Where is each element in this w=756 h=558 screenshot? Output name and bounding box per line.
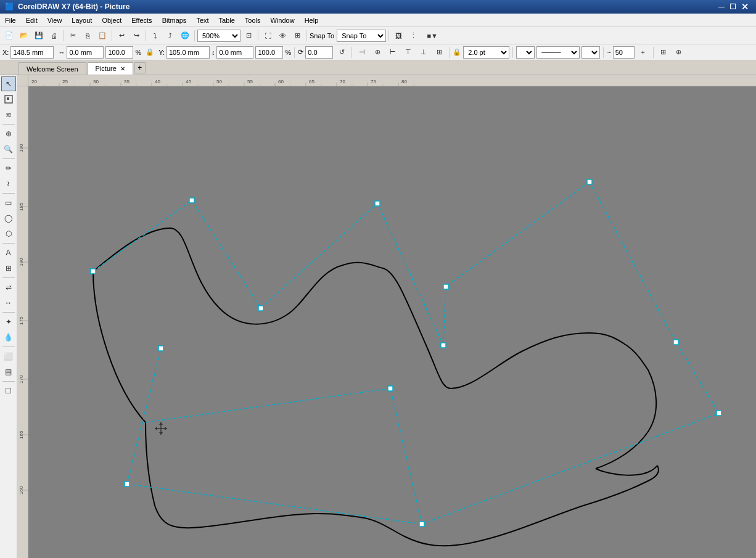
color-mode[interactable]: ■▼ xyxy=(421,29,443,43)
publish-btn[interactable]: 🌐 xyxy=(178,29,192,43)
tool-eyedropper[interactable]: 💧 xyxy=(1,330,16,345)
export-btn[interactable]: ⤴ xyxy=(163,29,177,43)
percent1: % xyxy=(135,49,141,56)
new-btn[interactable]: 📄 xyxy=(2,29,16,43)
line-start-select[interactable] xyxy=(581,46,600,59)
height-icon: ↕ xyxy=(212,49,215,56)
angle-apply[interactable]: ↺ xyxy=(335,46,348,59)
tool-pointer[interactable]: ↖ xyxy=(1,76,16,91)
tool-fill[interactable]: ⬜ xyxy=(1,349,16,364)
zoom-to-fit[interactable]: ⊡ xyxy=(242,29,255,43)
options-btn[interactable]: ⊞ xyxy=(657,46,670,59)
sep-prop2 xyxy=(351,47,352,58)
width-input[interactable] xyxy=(67,46,104,59)
properties-toolbar: X: ↔ % 🔒 Y: ↕ % ⟳ ↺ ⊣ ⊕ ⊢ ⊤ ⊥ ⊞ 🔒 2.0 pt… xyxy=(0,44,756,60)
view-bitmaps[interactable]: 🖼 xyxy=(392,29,405,43)
snap-to-select[interactable]: Snap To Grid Guidelines xyxy=(337,30,386,42)
sep4 xyxy=(194,30,195,41)
line-end-select[interactable] xyxy=(516,46,535,59)
tool-table[interactable]: ⊞ xyxy=(1,261,16,276)
menu-file[interactable]: File xyxy=(0,15,21,25)
line-style-select[interactable]: ──── xyxy=(536,46,580,59)
align-left-btn[interactable]: ⊣ xyxy=(355,46,369,59)
angle-input[interactable] xyxy=(305,46,333,59)
y-input[interactable] xyxy=(166,46,210,59)
tool-freehand[interactable]: ✏ xyxy=(1,161,16,176)
menu-text[interactable]: Text xyxy=(191,15,213,25)
import-btn[interactable]: ⤵ xyxy=(149,29,162,43)
tool-polygon[interactable]: ⬡ xyxy=(1,226,16,241)
cut-btn[interactable]: ✂ xyxy=(66,29,80,43)
menu-effects[interactable]: Effects xyxy=(126,15,157,25)
tool-text[interactable]: A xyxy=(1,245,16,260)
titlebar-icon: 🟦 xyxy=(5,2,14,11)
tool-dimension[interactable]: ↔ xyxy=(1,295,16,310)
maximize-btn[interactable]: ☐ xyxy=(729,2,736,11)
tool-smear[interactable]: ≋ xyxy=(1,107,16,122)
main-toolbar: 📄 📂 💾 🖨 ✂ ⎘ 📋 ↩ ↪ ⤵ ⤴ 🌐 500% 400% 300% 2… xyxy=(0,27,756,44)
tool-connector[interactable]: ⇌ xyxy=(1,280,16,295)
close-btn[interactable]: ✕ xyxy=(741,2,749,12)
menu-object[interactable]: Object xyxy=(97,15,126,25)
tool-sep6 xyxy=(2,312,15,313)
menu-layout[interactable]: Layout xyxy=(67,15,97,25)
tab-close-icon[interactable]: ✕ xyxy=(120,65,125,72)
scale-w-input[interactable] xyxy=(105,46,133,59)
tab-add-btn[interactable]: + xyxy=(134,62,146,73)
canvas-area[interactable]: 20 25 30 35 40 45 50 55 60 65 70 75 80 xyxy=(17,75,756,558)
tool-interactive[interactable]: ✦ xyxy=(1,314,16,329)
zoom-select[interactable]: 500% 400% 300% 200% 100% xyxy=(197,30,240,42)
outline-width-select[interactable]: 2.0 pt 1.0 pt 0.5 pt xyxy=(463,46,509,59)
scale-h-input[interactable] xyxy=(255,46,283,59)
menu-window[interactable]: Window xyxy=(266,15,300,25)
menu-help[interactable]: Help xyxy=(300,15,324,25)
save-btn[interactable]: 💾 xyxy=(32,29,46,43)
tool-outline[interactable]: ☐ xyxy=(1,384,16,398)
lock-ratio-btn[interactable]: 🔒 xyxy=(143,46,157,59)
tool-zoom[interactable]: 🔍 xyxy=(1,142,16,157)
tab-welcome[interactable]: Welcome Screen xyxy=(18,62,86,75)
svg-text:25: 25 xyxy=(62,79,68,84)
tool-shape[interactable] xyxy=(1,92,16,107)
svg-rect-1 xyxy=(7,97,9,100)
tool-ellipse[interactable]: ◯ xyxy=(1,211,16,226)
align-right-btn[interactable]: ⊢ xyxy=(386,46,400,59)
svg-rect-58 xyxy=(28,86,756,558)
align-center-btn[interactable]: ⊕ xyxy=(371,46,384,59)
tool-artistic[interactable]: ≀ xyxy=(1,176,16,191)
paste-btn[interactable]: 📋 xyxy=(96,29,109,43)
height-input[interactable] xyxy=(216,46,253,59)
distribute-btn[interactable]: ⊞ xyxy=(432,46,446,59)
view-grid[interactable]: ⊞ xyxy=(290,29,304,43)
menu-bitmaps[interactable]: Bitmaps xyxy=(157,15,192,25)
menu-tools[interactable]: Tools xyxy=(240,15,266,25)
x-input[interactable] xyxy=(10,46,54,59)
node-size-input[interactable] xyxy=(613,46,635,59)
menu-edit[interactable]: Edit xyxy=(21,15,43,25)
full-screen[interactable]: ⛶ xyxy=(261,29,274,43)
toolbox: ↖ ≋ ⊕ 🔍 ✏ ≀ ▭ ◯ ⬡ A ⊞ ⇌ ↔ ✦ 💧 ⬜ ▤ ☐ xyxy=(0,75,17,558)
tool-smart-fill[interactable]: ▤ xyxy=(1,364,16,379)
copy-btn[interactable]: ⎘ xyxy=(81,29,94,43)
align-top-btn[interactable]: ⊤ xyxy=(401,46,415,59)
view-options[interactable]: 👁 xyxy=(276,29,289,43)
redo-btn[interactable]: ↪ xyxy=(129,29,143,43)
view-options2[interactable]: ⋮ xyxy=(406,29,420,43)
tool-crop[interactable]: ⊕ xyxy=(1,126,16,141)
tab-picture[interactable]: Picture ✕ xyxy=(88,62,133,75)
open-btn[interactable]: 📂 xyxy=(17,29,31,43)
tool-rectangle[interactable]: ▭ xyxy=(1,195,16,210)
add-btn[interactable]: ⊕ xyxy=(672,46,686,59)
node-3 xyxy=(375,201,380,206)
drawing-canvas[interactable] xyxy=(28,86,756,558)
angle-icon: ⟳ xyxy=(298,48,303,56)
svg-text:75: 75 xyxy=(371,79,376,84)
align-middle-btn[interactable]: ⊥ xyxy=(417,46,430,59)
node-size-up[interactable]: + xyxy=(636,46,650,59)
print-btn[interactable]: 🖨 xyxy=(47,29,60,43)
undo-btn[interactable]: ↩ xyxy=(115,29,128,43)
percent2: % xyxy=(285,49,291,56)
menu-view[interactable]: View xyxy=(43,15,67,25)
menu-table[interactable]: Table xyxy=(214,15,240,25)
minimize-btn[interactable]: ─ xyxy=(718,2,725,12)
